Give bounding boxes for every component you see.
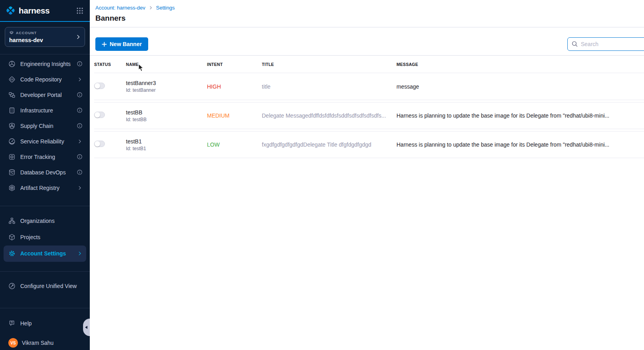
breadcrumb-separator-icon <box>149 6 153 10</box>
code-repository-icon <box>8 76 16 83</box>
module-grid-icon[interactable] <box>76 7 83 14</box>
harness-logo-icon <box>5 5 16 16</box>
intent-badge: HIGH <box>207 83 221 90</box>
database-devops-icon <box>8 169 16 176</box>
breadcrumb-account-link[interactable]: Account: harness-dev <box>95 5 145 11</box>
infrastructure-icon <box>8 107 16 114</box>
sidebar-item-label: Account Settings <box>20 250 66 257</box>
status-toggle[interactable] <box>94 141 105 147</box>
main-content: Account: harness-dev Settings Banners Ne… <box>90 0 644 350</box>
info-icon[interactable] <box>77 123 83 129</box>
sidebar-item-developer-portal[interactable]: Developer Portal <box>4 87 86 102</box>
sidebar-configure: Configure Unified View <box>0 278 90 294</box>
toolbar: New Banner <box>90 27 644 56</box>
sidebar-item-error-tracking[interactable]: Error Tracking <box>4 149 86 164</box>
help-chat-icon <box>8 320 16 327</box>
sidebar-item-label: Service Reliability <box>20 138 64 145</box>
sidebar-item-projects[interactable]: Projects <box>4 229 86 246</box>
search-icon <box>571 41 578 47</box>
banner-name: testBB <box>126 109 207 116</box>
sidebar-item-account-settings[interactable]: Account Settings <box>4 246 86 262</box>
sidebar-item-label: Configure Unified View <box>20 283 77 289</box>
banner-message: Harness is planning to update the base i… <box>396 112 609 119</box>
sidebar-item-engineering-insights[interactable]: Engineering Insights <box>4 56 86 72</box>
sidebar-item-label: Organizations <box>20 218 54 224</box>
banner-id: Id: testBB <box>126 117 207 122</box>
sidebar-item-label: Supply Chain <box>20 123 53 129</box>
sidebar: harness ACCOUNT harness-dev Engineer <box>0 0 90 350</box>
account-label: ACCOUNT <box>16 31 37 35</box>
info-icon[interactable] <box>77 169 83 175</box>
table-header-row: STATUS NAME INTENT TITLE MESSAGE <box>94 56 644 73</box>
table-row[interactable]: testB1 Id: testB1 LOW fxgdfgdfgdfgdfgdDe… <box>94 131 644 158</box>
sidebar-item-help[interactable]: Help <box>4 316 86 331</box>
new-banner-label: New Banner <box>110 41 142 47</box>
sidebar-general: Organizations Projects Account Settings <box>0 213 90 262</box>
new-banner-button[interactable]: New Banner <box>95 37 148 51</box>
column-header-intent: INTENT <box>207 62 262 67</box>
sidebar-item-infrastructure[interactable]: Infrastructure <box>4 102 86 118</box>
sidebar-item-label: Projects <box>20 234 41 240</box>
info-icon[interactable] <box>77 92 83 98</box>
sidebar-item-label: Help <box>20 320 32 327</box>
toggle-knob <box>95 83 100 89</box>
intent-badge: LOW <box>207 141 220 148</box>
harness-logo[interactable]: harness <box>5 5 50 16</box>
sidebar-item-artifact-registry[interactable]: Artifact Registry <box>4 180 86 195</box>
account-name: harness-dev <box>9 37 81 43</box>
page-title: Banners <box>95 14 634 27</box>
sidebar-item-service-reliability[interactable]: Service Reliability <box>4 133 86 149</box>
engineering-insights-icon <box>8 60 16 68</box>
sidebar-item-label: Engineering Insights <box>20 61 71 67</box>
sidebar-modules: Engineering Insights Code Repository Dev… <box>0 54 90 195</box>
service-reliability-icon <box>8 138 16 145</box>
sidebar-collapse-handle[interactable] <box>83 319 90 336</box>
status-toggle[interactable] <box>94 112 105 118</box>
chevron-right-icon <box>75 34 81 40</box>
sidebar-divider <box>0 206 90 206</box>
plus-icon <box>102 42 107 47</box>
chevron-right-icon <box>77 77 83 82</box>
organizations-icon <box>8 217 16 224</box>
user-menu[interactable]: VS Vikram Sahu <box>4 336 86 350</box>
sidebar-item-label: Error Tracking <box>20 154 55 160</box>
banner-message: message <box>396 83 419 90</box>
avatar: VS <box>8 338 18 348</box>
sidebar-item-database-devops[interactable]: Database DevOps <box>4 164 86 180</box>
sidebar-item-label: Infrastructure <box>20 107 53 114</box>
info-icon[interactable] <box>77 107 83 113</box>
search-input[interactable] <box>567 37 644 51</box>
intent-badge: MEDIUM <box>207 112 230 119</box>
sidebar-item-supply-chain[interactable]: Supply Chain <box>4 118 86 133</box>
sidebar-item-label: Developer Portal <box>20 92 62 98</box>
gear-icon <box>8 250 16 257</box>
sidebar-item-configure-unified-view[interactable]: Configure Unified View <box>4 278 86 294</box>
table-row[interactable]: testBanner3 Id: testBanner HIGH title me… <box>94 73 644 100</box>
breadcrumb: Account: harness-dev Settings <box>95 5 634 11</box>
banners-table: STATUS NAME INTENT TITLE MESSAGE testBan… <box>90 56 644 158</box>
column-header-name: NAME <box>126 62 207 67</box>
sidebar-divider <box>0 308 90 308</box>
user-name: Vikram Sahu <box>22 340 54 346</box>
info-icon[interactable] <box>77 61 83 67</box>
breadcrumb-settings-link[interactable]: Settings <box>156 5 175 11</box>
sidebar-header: harness <box>0 0 90 22</box>
info-icon[interactable] <box>77 154 83 160</box>
sidebar-item-label: Artifact Registry <box>20 185 60 191</box>
sidebar-item-code-repository[interactable]: Code Repository <box>4 72 86 87</box>
brand-name: harness <box>19 6 50 15</box>
error-tracking-icon <box>8 153 16 160</box>
projects-icon <box>8 234 16 241</box>
wrench-circle-icon <box>8 282 16 290</box>
status-toggle[interactable] <box>94 83 105 89</box>
developer-portal-icon <box>8 91 16 99</box>
banner-id: Id: testBanner <box>126 87 207 93</box>
sidebar-item-organizations[interactable]: Organizations <box>4 213 86 229</box>
column-header-message: MESSAGE <box>396 62 644 67</box>
artifact-registry-icon <box>8 184 16 191</box>
banner-name: testBanner3 <box>126 80 207 86</box>
account-switcher[interactable]: ACCOUNT harness-dev <box>5 27 85 47</box>
banner-id: Id: testB1 <box>126 146 207 151</box>
banner-message: Harness is planning to update the base i… <box>396 141 609 148</box>
table-row[interactable]: testBB Id: testBB MEDIUM Delegate Messag… <box>94 102 644 129</box>
